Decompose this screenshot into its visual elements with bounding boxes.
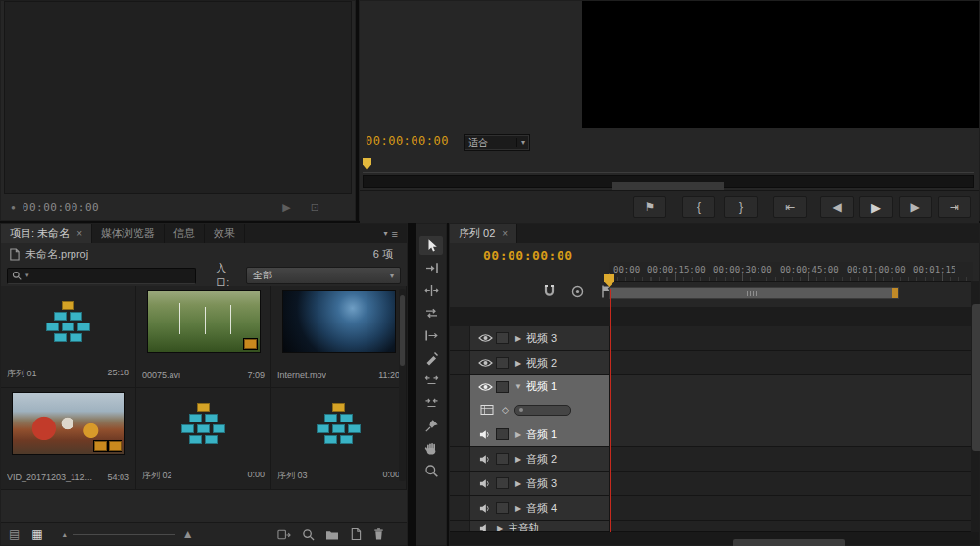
clip-thumbnail[interactable] xyxy=(13,291,124,352)
collapse-triangle-icon[interactable]: ▶ xyxy=(513,334,524,343)
program-zoom-scrollbar[interactable] xyxy=(363,175,974,188)
track-header[interactable]: ▼ 视频 1 ◇ xyxy=(470,375,610,422)
new-bin-icon[interactable] xyxy=(325,528,339,540)
track-lane[interactable] xyxy=(610,351,979,374)
work-area-bar[interactable] xyxy=(609,287,899,299)
program-scrub-bar[interactable] xyxy=(363,156,974,173)
rate-stretch-tool[interactable] xyxy=(419,326,443,345)
collapse-triangle-icon[interactable]: ▶ xyxy=(513,430,524,439)
track-lane[interactable] xyxy=(610,326,979,350)
ripple-edit-tool[interactable] xyxy=(419,281,443,300)
list-view-icon[interactable]: ▤ xyxy=(9,528,20,540)
track-lock-icon[interactable] xyxy=(496,357,509,369)
work-area-grip[interactable] xyxy=(747,291,760,296)
close-icon[interactable]: × xyxy=(502,228,508,239)
slip-tool[interactable] xyxy=(419,372,443,390)
project-vertical-scrollbar[interactable] xyxy=(399,289,406,481)
find-icon[interactable] xyxy=(302,528,315,541)
search-input[interactable] xyxy=(33,269,192,283)
collapse-triangle-icon[interactable]: ▶ xyxy=(513,504,524,513)
track-mute-speaker-icon[interactable] xyxy=(476,454,494,465)
encore-chapter-marker-icon[interactable] xyxy=(568,284,586,299)
track-lock-icon[interactable] xyxy=(496,477,509,489)
track-header[interactable]: ▶ 音频 2 xyxy=(470,447,610,471)
source-timecode[interactable]: 00:00:00:00 xyxy=(23,201,99,214)
track-row-audio-3[interactable]: ▶ 音频 3 xyxy=(450,472,979,496)
go-to-in-button[interactable]: ⇤ xyxy=(773,196,807,218)
tab-media-browser[interactable]: 媒体浏览器 xyxy=(92,224,165,243)
track-lane[interactable] xyxy=(610,496,979,520)
pen-tool[interactable] xyxy=(419,417,443,435)
selection-tool[interactable] xyxy=(419,236,443,255)
track-output-eye-icon[interactable] xyxy=(476,358,494,368)
collapse-triangle-icon[interactable]: ▶ xyxy=(513,359,524,368)
mark-out-button[interactable]: } xyxy=(724,196,758,218)
clip-thumbnail[interactable] xyxy=(283,393,395,454)
mark-in-button[interactable]: { xyxy=(682,196,715,218)
track-lane[interactable] xyxy=(610,447,979,471)
automate-to-sequence-icon[interactable] xyxy=(277,528,291,541)
search-box[interactable]: ▾ xyxy=(7,268,196,284)
program-timecode[interactable]: 00:00:00:00 xyxy=(366,134,449,148)
timeline-vertical-scrollbar[interactable] xyxy=(971,281,979,532)
entry-filter-select[interactable]: 全部 ▾ xyxy=(246,267,401,284)
clip-cell-sequence-02[interactable]: 序列 020:00 xyxy=(136,388,271,490)
step-forward-button[interactable]: ▶ xyxy=(899,196,932,218)
clip-thumbnail[interactable] xyxy=(283,291,395,352)
step-back-button[interactable]: ◀ xyxy=(820,196,854,218)
rolling-edit-tool[interactable] xyxy=(419,304,443,323)
chevron-down-icon[interactable]: ▾ xyxy=(25,272,29,279)
clip-thumbnail[interactable] xyxy=(148,393,260,454)
playhead-line[interactable] xyxy=(610,289,611,532)
play-button[interactable]: ▶ xyxy=(859,196,893,218)
tab-effects[interactable]: 效果 xyxy=(205,224,245,243)
track-row-video-2[interactable]: ▶ 视频 2 xyxy=(450,351,979,375)
slide-tool[interactable] xyxy=(419,394,443,413)
track-select-tool[interactable] xyxy=(419,259,443,277)
track-header[interactable]: ▶ 视频 2 xyxy=(470,351,610,374)
program-playhead-marker[interactable] xyxy=(363,158,371,170)
collapse-triangle-icon[interactable]: ▼ xyxy=(513,382,524,391)
track-lock-icon[interactable] xyxy=(496,453,509,465)
export-frame-icon[interactable]: ⊡ xyxy=(311,201,319,214)
track-mute-speaker-icon[interactable] xyxy=(476,503,494,514)
timeline-horizontal-scrollbar[interactable] xyxy=(450,531,979,545)
clip-thumbnail[interactable] xyxy=(13,393,124,454)
time-ruler[interactable]: 00:00 00:00:15:00 00:00:30:00 00:00:45:0… xyxy=(609,262,973,282)
clip-cell-vid-20171203[interactable]: VID_20171203_112...54:03 xyxy=(1,388,136,490)
track-lane[interactable] xyxy=(610,422,979,446)
track-row-video-1[interactable]: ▼ 视频 1 ◇ xyxy=(450,375,979,422)
zoom-in-icon[interactable]: ▲ xyxy=(182,527,194,541)
add-marker-button[interactable]: ⚑ xyxy=(633,196,666,218)
go-to-out-button[interactable]: ⇥ xyxy=(938,196,971,218)
close-icon[interactable]: × xyxy=(76,228,82,239)
track-output-eye-icon[interactable] xyxy=(476,333,494,343)
track-lane[interactable] xyxy=(610,472,979,495)
track-lock-icon[interactable] xyxy=(496,332,509,344)
show-keyframes-icon[interactable]: ◇ xyxy=(502,405,509,415)
clip-cell-sequence-01[interactable]: 序列 0125:18 xyxy=(1,286,136,388)
hand-tool[interactable] xyxy=(419,439,443,458)
collapse-triangle-icon[interactable]: ▶ xyxy=(513,479,524,488)
track-header[interactable]: ▶ 音频 4 xyxy=(470,496,610,520)
razor-tool[interactable] xyxy=(419,349,443,368)
thumbnail-zoom-slider[interactable] xyxy=(74,534,175,535)
track-row-audio-2[interactable]: ▶ 音频 2 xyxy=(450,447,979,472)
track-header[interactable]: ▶ 视频 3 xyxy=(470,326,610,350)
track-mute-speaker-icon[interactable] xyxy=(476,429,494,440)
track-lane[interactable] xyxy=(610,375,979,422)
track-header[interactable]: ▶ 音频 1 xyxy=(470,422,610,446)
work-area-end-handle[interactable] xyxy=(892,288,898,298)
clip-cell-00075-avi[interactable]: 00075.avi7:09 xyxy=(136,286,271,388)
clear-trash-icon[interactable] xyxy=(372,527,385,541)
track-lock-icon[interactable] xyxy=(496,428,509,440)
clip-thumbnail[interactable] xyxy=(148,291,260,352)
track-row-audio-4[interactable]: ▶ 音频 4 xyxy=(450,496,979,521)
new-item-icon[interactable] xyxy=(350,527,362,541)
clip-cell-sequence-03[interactable]: 序列 030:00 xyxy=(271,388,407,490)
zoom-tool[interactable] xyxy=(419,462,443,480)
track-lock-icon[interactable] xyxy=(496,502,509,514)
display-style-icon[interactable] xyxy=(478,404,496,416)
timeline-timecode[interactable]: 00:00:00:00 xyxy=(483,248,573,263)
track-row-video-3[interactable]: ▶ 视频 3 xyxy=(450,326,979,351)
